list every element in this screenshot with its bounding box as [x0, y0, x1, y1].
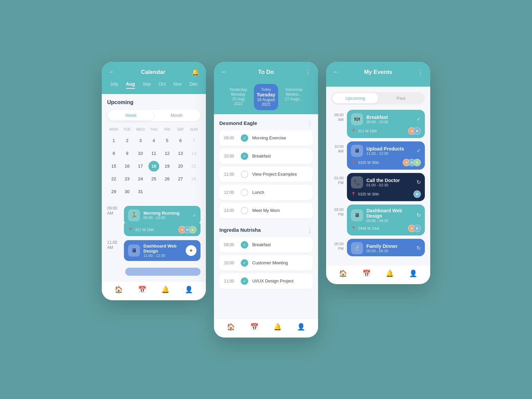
cal-day-15[interactable]: 15 — [108, 161, 119, 172]
dinner-card[interactable]: 🍴 Family Dinner 05:00 - 06:30 ↻ — [347, 239, 425, 256]
myevents-header: ← My Events ⋮ — [326, 62, 430, 87]
cal-day-21[interactable]: 21 — [188, 161, 199, 172]
dashboard-add-icon[interactable]: + — [186, 245, 196, 256]
cal-day-17[interactable]: 17 — [135, 161, 146, 172]
month-oct[interactable]: Oct — [159, 81, 166, 89]
task-meet-mom[interactable]: 13:00 Meet My Mom — [219, 203, 313, 218]
upload-time: 11:00 - 12:30 — [366, 151, 413, 156]
dashboard-title: Dashboard Web Design — [143, 243, 182, 254]
event-time-dinner: 05:00PM — [331, 239, 344, 251]
myevents-bottom-nav: 🏠 📅 🔔 👤 — [326, 265, 430, 284]
myevents-nav-calendar[interactable]: 📅 — [362, 269, 371, 277]
date-tomorrow[interactable]: Tomorrow Wedne... 17 Augu... — [281, 84, 306, 110]
cal-day-27[interactable]: 27 — [175, 174, 186, 184]
dash-design-card[interactable]: 🖥 Dashboard Web Design 03:00 - 04:30 ↻ 📍… — [347, 205, 425, 235]
dash-design-action-icon: ↻ — [416, 212, 421, 218]
calendar-bell-icon[interactable]: 🔔 — [192, 69, 199, 76]
nav-profile[interactable]: 👤 — [185, 285, 193, 294]
myevents-nav-profile[interactable]: 👤 — [409, 269, 417, 277]
cal-day-11[interactable]: 11 — [148, 148, 159, 159]
myevents-nav-bell[interactable]: 🔔 — [386, 269, 394, 277]
morning-running-card-wrapper: 🏃 Morning Running 09:00 - 10:30 ✓ 📍 321 … — [124, 206, 201, 236]
cal-day-31[interactable]: 31 — [135, 186, 146, 197]
task-customer-meeting[interactable]: 10:00 ✓ Customer Meeting — [219, 255, 313, 271]
morning-running-card[interactable]: 🏃 Morning Running 09:00 - 10:30 ✓ — [124, 206, 201, 225]
morning-running-address: 321 W 16th — [135, 228, 154, 232]
tab-upcoming[interactable]: Upcoming — [332, 93, 378, 103]
cal-day-3[interactable]: 3 — [135, 135, 146, 146]
myevents-more-icon[interactable]: ⋮ — [417, 69, 424, 76]
todo-nav-profile[interactable]: 👤 — [297, 323, 305, 331]
cal-day-16[interactable]: 16 — [122, 161, 133, 172]
cal-day-14[interactable]: 14 — [188, 148, 199, 159]
month-dec[interactable]: Dec — [189, 81, 198, 89]
tomorrow-label: Tomorrow — [284, 87, 303, 92]
task-uiux[interactable]: 11:00 ✓ UI/UX Design Project — [219, 273, 313, 289]
myevents-nav-home[interactable]: 🏠 — [339, 269, 347, 277]
task-lunch[interactable]: 12:00 Lunch — [219, 185, 313, 200]
cal-day-22[interactable]: 22 — [108, 174, 119, 184]
cal-day-29[interactable]: 29 — [108, 186, 119, 197]
doctor-card[interactable]: 📞 Call the Doctor 01:00 - 02:30 ↻ 📍 5325… — [347, 173, 425, 201]
upload-card[interactable]: 🖥 Upload Products 11:00 - 12:30 ✓ 📍 5325… — [347, 141, 425, 170]
task-breakfast-2[interactable]: 09:00 ✓ Breakfast — [219, 237, 313, 253]
task-view-project[interactable]: 11:00 View Project Examples — [219, 167, 313, 182]
cal-day-28[interactable]: 28 — [188, 174, 199, 184]
todo-back-btn[interactable]: ← — [221, 69, 227, 76]
todo-nav-calendar[interactable]: 📅 — [250, 323, 259, 331]
cal-day-23[interactable]: 23 — [122, 174, 133, 184]
cal-day-9[interactable]: 9 — [122, 148, 133, 159]
morning-running-check-icon: ✓ — [192, 213, 196, 218]
event-time-breakfast: 09:00AM — [331, 110, 344, 122]
month-toggle-btn[interactable]: Month — [154, 110, 200, 120]
todo-nav-bell[interactable]: 🔔 — [273, 323, 282, 331]
todo-nav-home[interactable]: 🏠 — [227, 323, 235, 331]
month-sep[interactable]: Sep — [142, 81, 151, 89]
cal-day-25[interactable]: 25 — [148, 174, 159, 184]
cal-day-1[interactable]: 1 — [108, 135, 119, 146]
cal-day-4[interactable]: 4 — [148, 135, 159, 146]
cal-day-30[interactable]: 30 — [122, 186, 133, 197]
cal-day-24[interactable]: 24 — [135, 174, 146, 184]
todo-section-ingredia: Ingredia Nutrisha ⋮ 09:00 ✓ Breakfast 10… — [214, 221, 318, 289]
cal-day-26[interactable]: 26 — [162, 174, 173, 184]
upload-location: 5325 W 30th — [358, 161, 403, 165]
task-label-8: UI/UX Design Project — [252, 278, 308, 283]
calendar-back-btn[interactable]: ← — [108, 69, 115, 76]
nav-home[interactable]: 🏠 — [115, 285, 123, 294]
cal-day-5[interactable]: 5 — [162, 135, 173, 146]
cal-day-6[interactable]: 6 — [175, 135, 186, 146]
nav-calendar[interactable]: 📅 — [138, 285, 146, 294]
nav-bell[interactable]: 🔔 — [161, 285, 170, 294]
week-toggle-btn[interactable]: Week — [108, 110, 154, 120]
cal-day-13[interactable]: 13 — [175, 148, 186, 159]
tab-past[interactable]: Past — [378, 93, 424, 103]
cal-day-18[interactable]: 18 — [148, 161, 159, 172]
todo-more-icon[interactable]: ⋮ — [305, 69, 311, 76]
breakfast-title: Breakfast — [366, 115, 413, 120]
cal-day-19[interactable]: 19 — [162, 161, 173, 172]
cal-day-7[interactable]: 7 — [188, 135, 199, 146]
cal-day-2[interactable]: 2 — [122, 135, 133, 146]
dashboard-card[interactable]: 🖥 Dashboard Web Design 11:00 - 12:30 + — [124, 240, 201, 261]
task-breakfast-1[interactable]: 10:00 ✓ Breakfast — [219, 148, 313, 164]
myevents-back-btn[interactable]: ← — [333, 69, 339, 76]
breakfast-card[interactable]: 🍽 Breakfast 09:00 - 10:30 ✓ 📍 321 W 16th — [347, 110, 425, 138]
morning-running-info: Morning Running 09:00 - 10:30 — [143, 211, 189, 220]
cal-day-8[interactable]: 8 — [108, 148, 119, 159]
month-aug[interactable]: Aug — [126, 81, 135, 89]
todo-bottom-nav: 🏠 📅 🔔 👤 — [214, 318, 318, 338]
cal-day-20[interactable]: 20 — [175, 161, 186, 172]
cal-day-12[interactable]: 12 — [162, 148, 173, 159]
doctor-action-icon: ↻ — [416, 179, 421, 185]
dash-design-icon: 🖥 — [351, 209, 363, 221]
month-nov[interactable]: Nov — [173, 81, 182, 89]
month-july[interactable]: July — [110, 81, 118, 89]
desmond-more-icon[interactable]: ⋮ — [307, 120, 313, 127]
ingredia-more-icon[interactable]: ⋮ — [307, 226, 313, 234]
dinner-time: 05:00 - 06:30 — [366, 249, 413, 253]
date-today[interactable]: Today Tuesday 16 August 2022 — [254, 84, 278, 110]
task-morning-exercise[interactable]: 09:00 ✓ Morning Exercise — [219, 130, 313, 146]
date-yesterday[interactable]: Yesterday Monday 15 Aug 2022 — [226, 84, 251, 110]
cal-day-10[interactable]: 10 — [135, 148, 146, 159]
